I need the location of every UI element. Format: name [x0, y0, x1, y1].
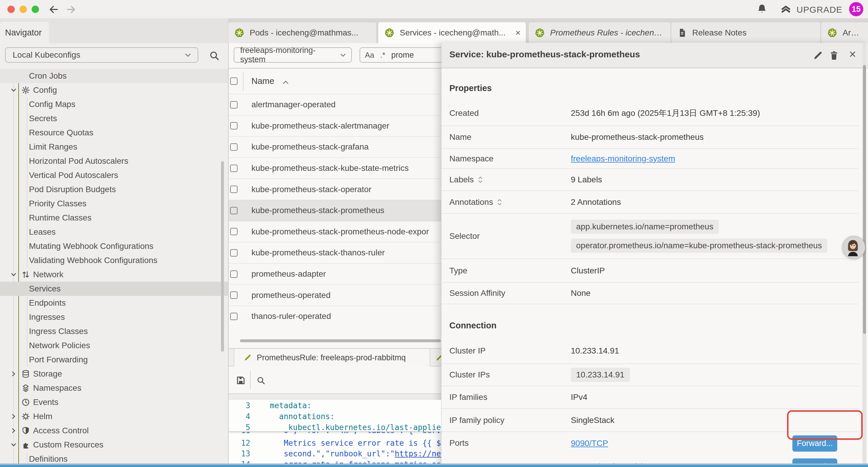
app-tab-1[interactable]: Pods - icecheng@mathmas...	[228, 22, 377, 43]
sidebar-scrollbar[interactable]	[221, 161, 224, 352]
table-row[interactable]: kube-prometheus-stack-prometheus	[229, 200, 441, 221]
chevron-right-icon[interactable]	[9, 370, 18, 378]
sidebar-item-custom-resources[interactable]: Custom Resources	[0, 438, 228, 452]
drawer-scrollbar[interactable]	[863, 65, 866, 334]
close-icon[interactable]: ×	[515, 28, 521, 37]
code-line[interactable]: 13 second.","runbook_url":"https://net	[229, 448, 441, 459]
table-row[interactable]: prometheus-operated	[229, 284, 441, 305]
table-row[interactable]: kube-prometheus-stack-kube-state-metrics	[229, 157, 441, 179]
sidebar-item-runtime-classes[interactable]: Runtime Classes	[0, 211, 228, 225]
forward-icon[interactable]	[66, 4, 76, 15]
delete-trash-icon[interactable]	[829, 50, 840, 61]
table-row[interactable]: prometheus-adapter	[229, 263, 441, 285]
sidebar-item-network[interactable]: Network	[0, 267, 228, 282]
row-checkbox[interactable]	[230, 228, 238, 235]
sidebar-item-endpoints[interactable]: Endpoints	[0, 296, 228, 310]
avatar[interactable]	[842, 236, 865, 259]
sidebar-item-ingress-classes[interactable]: Ingress Classes	[0, 324, 228, 339]
code-line[interactable]: 4 annotations:	[229, 411, 441, 422]
chevron-right-icon[interactable]	[9, 412, 18, 420]
namespace-link[interactable]: freeleaps-monitoring-system	[571, 154, 675, 163]
app-tab-3[interactable]: Prometheus Rules - icecheng...	[528, 22, 671, 43]
sidebar-item-priority-classes[interactable]: Priority Classes	[0, 197, 228, 211]
chevron-right-icon[interactable]	[9, 427, 18, 435]
minimize-window-button[interactable]	[20, 6, 27, 13]
editor-tab-next-partial[interactable]	[431, 349, 441, 367]
navigator-panel-tab[interactable]: Navigator	[0, 22, 49, 43]
name-search-input[interactable]: Aa .* prome	[360, 47, 441, 63]
code-editor[interactable]: 3 metadata:4 annotations:5 kubectl.kuber…	[229, 400, 441, 467]
chevron-down-icon[interactable]	[9, 270, 18, 279]
sidebar-item-secrets[interactable]: Secrets	[0, 111, 228, 126]
sidebar-item-leases[interactable]: Leases	[0, 225, 228, 239]
code-line[interactable]: 5 kubectl.kubernetes.io/last-applied-co	[229, 422, 441, 433]
app-tab-4[interactable]: Release Notes	[671, 22, 821, 43]
sort-updown-icon[interactable]	[496, 198, 503, 207]
editor-search-icon[interactable]	[256, 375, 266, 385]
code-line[interactable]: 12 Metrics service error rate is {{ $va	[229, 437, 441, 448]
port-link[interactable]: 9090/TCP	[571, 439, 608, 448]
kubeconfig-selector[interactable]: Local Kubeconfigs	[5, 47, 198, 63]
table-row[interactable]: alertmanager-operated	[229, 94, 441, 115]
chevron-down-icon[interactable]	[9, 441, 18, 449]
row-checkbox[interactable]	[230, 165, 238, 172]
regex-icon[interactable]: .*	[380, 51, 385, 60]
table-row[interactable]: thanos-ruler-operated	[229, 305, 441, 327]
app-tab-5[interactable]: Argo Se	[821, 22, 868, 43]
row-checkbox[interactable]	[230, 207, 238, 214]
sidebar-item-access-control[interactable]: Access Control	[0, 424, 228, 438]
table-row[interactable]: kube-prometheus-stack-thanos-ruler	[229, 242, 441, 263]
row-checkbox[interactable]	[230, 143, 238, 151]
row-checkbox[interactable]	[230, 291, 238, 299]
sidebar-item-resource-quotas[interactable]: Resource Quotas	[0, 126, 228, 140]
sidebar-item-validating-webhook-configurations[interactable]: Validating Webhook Configurations	[0, 253, 228, 267]
sidebar-item-services[interactable]: Services	[0, 282, 228, 296]
sidebar-item-ingresses[interactable]: Ingresses	[0, 310, 228, 324]
row-checkbox[interactable]	[230, 185, 238, 193]
row-checkbox[interactable]	[230, 270, 238, 278]
sort-updown-icon[interactable]	[477, 175, 484, 184]
table-row[interactable]: kube-prometheus-stack-operator	[229, 178, 441, 200]
notifications-bell-icon[interactable]	[756, 3, 768, 16]
save-icon[interactable]	[235, 375, 246, 386]
sidebar-item-storage[interactable]: Storage	[0, 367, 228, 381]
namespace-filter-dropdown[interactable]: freeleaps-monitoring-system	[234, 47, 352, 63]
table-row[interactable]: kube-prometheus-stack-prometheus-node-ex…	[229, 221, 441, 242]
row-checkbox[interactable]	[230, 249, 238, 257]
horizontal-scrollbar[interactable]	[240, 339, 441, 342]
maximize-window-button[interactable]	[32, 6, 39, 13]
sidebar-item-horizontal-pod-autoscalers[interactable]: Horizontal Pod Autoscalers	[0, 154, 228, 168]
sidebar-item-port-forwarding[interactable]: Port Forwarding	[0, 353, 228, 367]
sidebar-item-mutating-webhook-configurations[interactable]: Mutating Webhook Configurations	[0, 239, 228, 253]
close-window-button[interactable]	[7, 6, 15, 13]
sidebar-item-limit-ranges[interactable]: Limit Ranges	[0, 140, 228, 154]
upgrade-button[interactable]: UPGRADE	[779, 3, 842, 16]
close-icon[interactable]: ×	[849, 48, 856, 61]
profile-notification-badge[interactable]: 15	[849, 2, 863, 16]
sidebar-item-namespaces[interactable]: Namespaces	[0, 381, 228, 395]
chevron-down-icon[interactable]	[9, 86, 18, 94]
name-column-header[interactable]: Name	[251, 76, 274, 86]
code-line[interactable]: 3 metadata:	[229, 400, 441, 411]
match-case-icon[interactable]: Aa	[365, 51, 374, 60]
table-row[interactable]: kube-prometheus-stack-alertmanager	[229, 115, 441, 137]
row-checkbox[interactable]	[230, 313, 238, 320]
row-checkbox[interactable]	[230, 101, 238, 109]
select-all-checkbox[interactable]	[230, 78, 238, 85]
sort-ascending-icon[interactable]	[282, 79, 289, 85]
sidebar-item-config-maps[interactable]: Config Maps	[0, 97, 228, 111]
sidebar-item-events[interactable]: Events	[0, 395, 228, 409]
sidebar-item-vertical-pod-autoscalers[interactable]: Vertical Pod Autoscalers	[0, 168, 228, 182]
search-icon[interactable]	[208, 50, 220, 61]
row-checkbox[interactable]	[230, 122, 238, 129]
sidebar-item-helm[interactable]: Helm	[0, 409, 228, 424]
sidebar-item-config[interactable]: Config	[0, 83, 228, 97]
edit-pencil-icon[interactable]	[812, 50, 824, 61]
editor-tab-prometheusrule[interactable]: PrometheusRule: freeleaps-prod-rabbitmq	[234, 349, 430, 367]
app-tab-2[interactable]: Services - icecheng@math...×	[378, 22, 526, 43]
back-icon[interactable]	[49, 4, 59, 15]
sidebar-item-cron-jobs[interactable]: Cron Jobs	[0, 69, 228, 83]
sidebar-item-pod-disruption-budgets[interactable]: Pod Disruption Budgets	[0, 182, 228, 197]
sidebar-item-network-policies[interactable]: Network Policies	[0, 339, 228, 353]
table-row[interactable]: kube-prometheus-stack-grafana	[229, 136, 441, 157]
